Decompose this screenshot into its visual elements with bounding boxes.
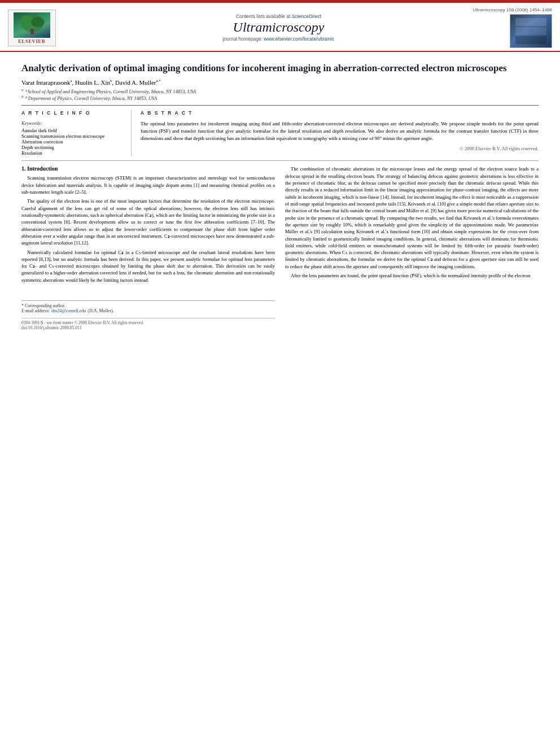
footnote-email-line: E-mail address: dm24@cornell.edu (D.A. M… [21,308,275,313]
header: ELSEVIER Contents lists available at Sci… [0,3,560,52]
article-title: Analytic derivation of optimal imaging c… [21,62,539,75]
thumb-inner [515,18,546,44]
elsevier-logo: ELSEVIER [8,10,56,46]
keywords-list: Annular dark field Scanning transmission… [21,128,124,156]
article-info-header: A R T I C L E I N F O [21,110,124,116]
elsevier-logo-container: ELSEVIER [8,10,56,46]
intro-p1: Scanning transmission electron microscop… [21,174,275,195]
abstract-header: A B S T R A C T [141,110,539,116]
sciencedirect-line: Contents lists available at ScienceDirec… [62,14,496,19]
article-info-abstract: A R T I C L E I N F O Keywords: Annular … [21,110,539,156]
bottom-doi: doi:10.1016/j.ultramic.2008.05.013 [21,325,275,330]
bottom-bar: 0304-3991/$ - see front matter © 2008 El… [21,318,275,330]
body-col-right: The combination of chromatic aberrations… [285,165,539,330]
intro-p-r2: After the lens parameters are found, the… [285,272,539,279]
affil-a: a ᵃ School of Applied and Engineering Ph… [21,88,539,94]
divider-2 [21,160,539,161]
sciencedirect-prefix: Contents lists available at [236,14,290,19]
footnote-email-label: E-mail address: [21,308,50,313]
abstract-col: A B S T R A C T The optimal lens paramet… [141,110,539,156]
affiliations: a ᵃ School of Applied and Engineering Ph… [21,88,539,101]
affil-b: b ᵇ Department of Physics, Cornell Unive… [21,94,539,101]
homepage-line: journal homepage: www.elsevier.com/locat… [62,36,496,42]
copyright-line: © 2008 Elsevier B.V. All rights reserved… [141,146,539,151]
keyword-2: Scanning transmission electron microscop… [21,133,124,139]
keyword-3: Aberration correction [21,139,124,145]
doi-line: Ultramicroscopy 108 (2008) 1454–1466 [473,7,552,12]
footnote-star-line: * Corresponding author. [21,303,275,308]
tree-icon [15,13,49,37]
bottom-issn: 0304-3991/$ - see front matter © 2008 El… [21,320,275,325]
footnote-email-name: (D.A. Muller). [88,308,114,313]
homepage-link[interactable]: www.elsevier.com/locate/ultramic [264,36,335,42]
body-columns: 1. Introduction Scanning transmission el… [21,165,539,330]
article-info-col: A R T I C L E I N F O Keywords: Annular … [21,110,132,156]
journal-name-display: Ultramicroscopy [62,20,496,35]
intro-p3: Numerically calculated formulae for opti… [21,249,275,284]
elsevier-logo-image [14,12,50,38]
svg-rect-1 [30,29,34,34]
keywords-label: Keywords: [21,120,124,126]
footnote-area: * Corresponding author. E-mail address: … [21,300,275,313]
keyword-4: Depth sectioning [21,145,124,150]
paper-wrapper: Analytic derivation of optimal imaging c… [0,52,560,339]
authors-line: Varat Intaraprasonka, Huolin L. Xinb, Da… [21,78,539,86]
elsevier-wordmark: ELSEVIER [18,39,45,44]
homepage-prefix: journal homepage: [223,36,262,42]
header-right: Ultramicroscopy 108 (2008) 1454–1466 [501,7,552,48]
intro-body-left: Scanning transmission electron microscop… [21,174,275,283]
intro-p-r1: The combination of chromatic aberrations… [285,165,539,270]
divider-1 [21,105,539,106]
abstract-text: The optimal lens parameters for incohere… [141,120,539,142]
intro-title: 1. Introduction [21,165,275,172]
intro-body-right: The combination of chromatic aberrations… [285,165,539,279]
journal-thumbnail [510,14,552,48]
sciencedirect-link[interactable]: ScienceDirect [292,14,321,19]
keyword-1: Annular dark field [21,128,124,133]
svg-point-3 [31,17,45,27]
journal-info-center: Contents lists available at ScienceDirec… [62,14,496,42]
footnote-email-link[interactable]: dm24@cornell.edu [51,308,86,313]
keyword-5: Resolution [21,150,124,156]
body-col-left: 1. Introduction Scanning transmission el… [21,165,275,330]
intro-p2: The quality of the electron lens is one … [21,198,275,246]
